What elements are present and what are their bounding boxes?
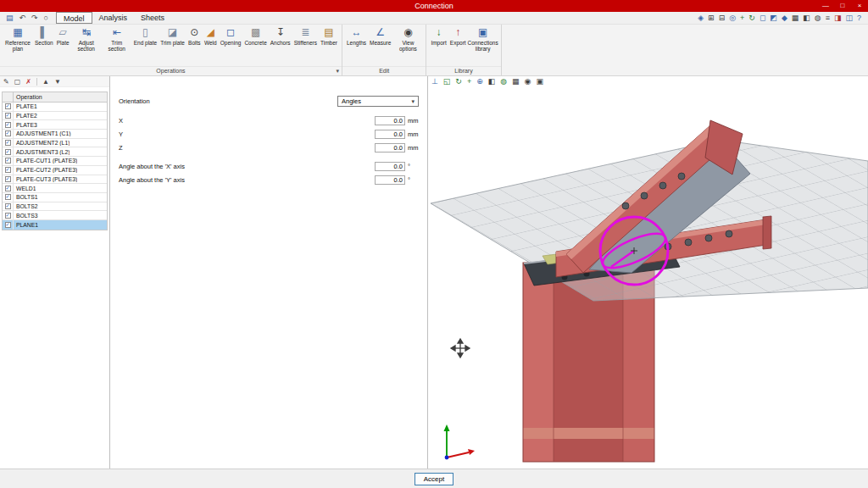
accept-button[interactable]: Accept [415,473,453,485]
x-input[interactable] [375,116,405,125]
trim-section-button[interactable]: ⇤Trim section [102,26,132,53]
orientation-select[interactable]: Angles ▾ [337,96,419,107]
zoom-out-icon[interactable]: ⊟ [719,13,726,24]
reference-plan-button[interactable]: ▦Reference plan [3,26,33,53]
chevron-down-icon[interactable]: ▾ [336,67,339,75]
orbit-icon[interactable]: ↻ [455,76,462,87]
zoom-fit-icon[interactable]: ◎ [729,13,736,24]
table-row[interactable]: ✓PLATE1 [3,103,107,112]
zoom-in-icon[interactable]: ⊞ [708,13,715,24]
transparency-icon[interactable]: ◍ [815,13,821,24]
search-icon[interactable]: ○ [44,13,48,24]
edit-operation-icon[interactable]: ✎ [3,76,9,87]
table-row[interactable]: ✓WELD1 [3,184,107,193]
ucs-icon[interactable]: ⊥ [431,76,438,87]
import-button[interactable]: ↓Import [429,26,448,46]
anchors-button[interactable]: ↧Anchors [269,26,292,46]
opening-button[interactable]: ◻Opening [219,26,243,46]
y-input[interactable] [375,130,405,139]
operation-checkbox[interactable]: ✓ [3,202,14,211]
operation-checkbox[interactable]: ✓ [3,157,14,165]
undo-icon[interactable]: ↶ [19,13,26,24]
table-row[interactable]: ✓PLATE-CUT2 (PLATE3) [3,166,107,175]
3d-viewport[interactable]: ⊥ ◱ ↻ + ⊕ ◧ ◍ ▦ ◉ ▣ [428,76,868,469]
angle-x-input[interactable] [375,162,405,171]
move-up-icon[interactable]: ▲ [42,76,49,87]
wireframe-view-icon[interactable]: ▦ [512,76,520,87]
operation-checkbox[interactable]: ✓ [3,112,14,120]
trim-plate-button[interactable]: ◪Trim plate [159,26,186,46]
labels-icon[interactable]: ≡ [826,13,830,24]
solid-view-icon[interactable]: ◧ [488,76,496,87]
table-row[interactable]: ✓PLATE2 [3,112,107,121]
table-row[interactable]: ✓ADJUSTMENT3 (L2) [3,147,107,157]
table-row[interactable]: ✓BOLTS3 [3,211,107,220]
view-options-button[interactable]: ◉View options [392,26,423,53]
close-button[interactable]: × [851,0,868,12]
tab-model[interactable]: Model [56,12,92,24]
copy-operation-icon[interactable]: ▢ [14,76,21,87]
timber-button[interactable]: ▤Timber [319,26,339,46]
adjust-section-button[interactable]: ↹Adjust section [71,26,102,53]
operation-checkbox[interactable]: ✓ [3,120,14,129]
operation-checkbox[interactable]: ✓ [3,211,14,219]
front-view-icon[interactable]: ◻ [760,13,765,24]
weld-button[interactable]: ◢Weld [203,26,219,46]
angle-y-input[interactable] [375,175,405,185]
section-button[interactable]: ▌Section [33,26,55,46]
table-row[interactable]: ✓ADJUSTMENT2 (L1) [3,139,107,148]
operation-checkbox[interactable]: ✓ [3,139,14,147]
connections-library-button[interactable]: ▣Connections library [468,26,498,53]
measure-button[interactable]: ∠Measure [368,26,392,46]
operations-table-header: Operation [3,92,107,103]
table-row[interactable]: ✓PLATE-CUT3 (PLATE3) [3,175,107,185]
iso-view-icon[interactable]: ◆ [782,13,787,24]
table-row[interactable]: ✓PLATE-CUT1 (PLATE3) [3,157,107,166]
wireframe-icon[interactable]: ▦ [792,13,799,24]
zoom-in-icon[interactable]: ⊕ [476,76,483,87]
tab-sheets[interactable]: Sheets [134,12,171,24]
pan-icon[interactable]: + [467,76,471,87]
table-row[interactable]: ✓PLATE3 [3,120,107,130]
plate-button[interactable]: ▱Plate [55,26,71,46]
zoom-extents-icon[interactable]: ◱ [443,76,451,87]
operation-checkbox[interactable]: ✓ [3,166,14,175]
save-icon[interactable]: ▤ [6,13,14,24]
operation-checkbox[interactable]: ✓ [3,147,14,156]
maximize-button[interactable]: □ [834,0,851,12]
export-button[interactable]: ↑Export [448,26,468,46]
clipping-icon[interactable]: ◨ [834,13,842,24]
operation-checkbox[interactable]: ✓ [3,103,14,111]
redo-icon[interactable]: ↷ [31,13,38,24]
operation-checkbox[interactable]: ✓ [3,220,14,230]
tab-analysis[interactable]: Analysis [92,12,135,24]
z-input[interactable] [375,143,405,152]
orbit-view-icon[interactable]: ↻ [748,13,755,24]
operation-checkbox[interactable]: ✓ [3,130,14,138]
bolts-button[interactable]: ⊙Bolts [186,26,203,46]
pan-view-icon[interactable]: + [740,13,744,24]
panels-icon[interactable]: ◫ [845,13,853,24]
operation-checkbox[interactable]: ✓ [3,184,14,192]
stiffeners-button[interactable]: ≣Stiffeners [292,26,319,46]
visibility-icon[interactable]: ◉ [525,76,531,87]
shaded-icon[interactable]: ◧ [803,13,810,24]
table-row[interactable]: ✓ADJUSTMENT1 (C1) [3,130,107,139]
transparent-view-icon[interactable]: ◍ [500,76,507,87]
3d-viewport-scene[interactable] [428,76,868,469]
help-icon[interactable]: ? [857,13,861,24]
camera-icon[interactable]: ▣ [536,76,543,87]
view-cube-icon[interactable]: ◈ [698,13,704,24]
minimize-button[interactable]: — [817,0,834,12]
table-row-selected[interactable]: ✓PLANE1 [3,220,107,230]
table-row[interactable]: ✓BOLTS1 [3,193,107,202]
end-plate-button[interactable]: ▯End plate [132,26,159,46]
table-row[interactable]: ✓BOLTS2 [3,202,107,212]
lengths-button[interactable]: ↔Lengths [345,26,368,46]
delete-operation-icon[interactable]: ✗ [25,76,31,87]
top-view-icon[interactable]: ◩ [770,13,777,24]
move-down-icon[interactable]: ▼ [54,76,61,87]
operation-checkbox[interactable]: ✓ [3,193,14,202]
operation-checkbox[interactable]: ✓ [3,175,14,184]
concrete-button[interactable]: ▩Concrete [242,26,268,46]
